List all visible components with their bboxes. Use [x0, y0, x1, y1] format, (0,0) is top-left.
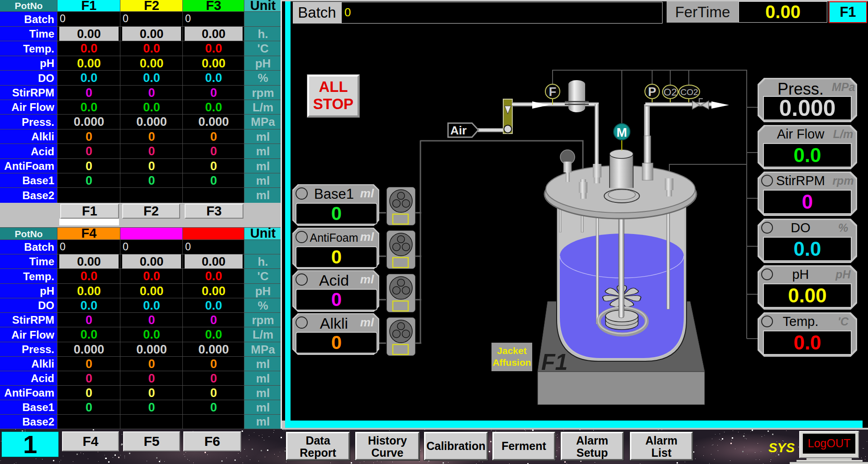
- svg-text:F: F: [549, 85, 557, 99]
- svg-text:O2: O2: [663, 86, 677, 98]
- svg-text:Air: Air: [450, 124, 467, 137]
- svg-text:P: P: [648, 85, 656, 99]
- svg-text:CO2: CO2: [680, 87, 698, 97]
- svg-text:F1: F1: [541, 349, 568, 375]
- svg-text:M: M: [616, 125, 627, 139]
